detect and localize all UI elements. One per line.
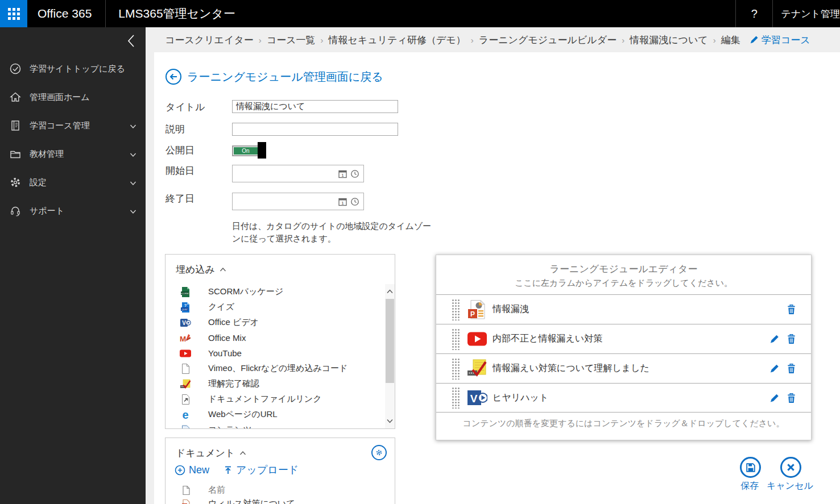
description-input[interactable] — [232, 123, 398, 136]
embed-panel-header[interactable]: 埋め込み — [165, 255, 395, 276]
course-book-icon — [9, 119, 22, 132]
embed-item-label: ドキュメントファイルリンク — [208, 394, 322, 405]
drag-handle-icon[interactable] — [452, 358, 460, 380]
sidebar-item-support[interactable]: サポート — [0, 197, 146, 225]
editor-item-row[interactable]: P 情報漏洩 — [436, 294, 811, 324]
editor-item-actions — [769, 363, 811, 374]
save-button[interactable] — [740, 457, 761, 478]
start-date-input[interactable]: 1 — [232, 165, 364, 182]
office-video-icon: V — [467, 388, 487, 408]
breadcrumb-module[interactable]: 情報漏洩について — [630, 34, 708, 47]
embed-item-confirm[interactable]: 理解完了確認 — [165, 376, 385, 391]
calendar-icon[interactable]: 1 — [338, 169, 347, 178]
drag-handle-icon[interactable] — [452, 328, 460, 350]
breadcrumb-course-creator[interactable]: コースクリエイター — [165, 34, 254, 47]
breadcrumb-module-builder[interactable]: ラーニングモジュールビルダー — [479, 34, 616, 47]
breadcrumb-course-list[interactable]: コース一覧 — [267, 34, 316, 47]
upload-button[interactable]: アップロード — [224, 463, 299, 477]
delete-button[interactable] — [787, 334, 796, 344]
embed-panel: 埋め込み SCORM SCORMパッケージ ?QUIZ クイズ V Office — [165, 254, 395, 429]
app-launcher-icon[interactable] — [0, 0, 27, 27]
embed-item-label: 理解完了確認 — [208, 378, 259, 389]
back-to-module-admin-link[interactable]: ラーニングモジュール管理画面に戻る — [165, 68, 383, 85]
help-button[interactable]: ? — [736, 0, 772, 27]
sidebar-item-material-management[interactable]: 教材管理 — [0, 140, 146, 168]
breadcrumb-course[interactable]: 情報セキュリティ研修（デモ） — [329, 34, 466, 47]
editor-item-row[interactable]: 内部不正と情報漏えい対策 — [436, 324, 811, 353]
embed-item-office-video[interactable]: V Office ビデオ — [165, 315, 385, 330]
file-icon — [181, 485, 191, 495]
editor-item-row[interactable]: 情報漏えい対策について理解しました — [436, 353, 811, 383]
clock-icon[interactable] — [350, 197, 359, 206]
embed-item-quiz[interactable]: ?QUIZ クイズ — [165, 299, 385, 315]
embed-code-page-icon — [180, 363, 191, 374]
scroll-down-icon[interactable] — [386, 416, 394, 426]
embed-item-label: コンテンツ — [208, 424, 252, 428]
editor-title: ラーニングモジュールエディター — [436, 263, 811, 276]
floppy-disk-icon — [746, 463, 756, 473]
youtube-icon — [467, 329, 487, 349]
breadcrumb-edit: 編集 — [721, 34, 740, 47]
chevron-left-icon — [125, 32, 138, 49]
publish-toggle[interactable]: On — [232, 143, 268, 160]
editor-item-row[interactable]: V ヒヤリハット — [436, 383, 811, 413]
sidebar-item-admin-home[interactable]: 管理画面ホーム — [0, 83, 146, 111]
drag-handle-icon[interactable] — [452, 387, 460, 409]
embed-item-label: Office Mix — [208, 333, 246, 343]
toggle-handle[interactable] — [258, 142, 266, 159]
trash-icon — [787, 393, 796, 403]
document-settings-gear-button[interactable] — [371, 445, 387, 460]
document-panel-header[interactable]: ドキュメント — [165, 438, 395, 460]
delete-button[interactable] — [787, 393, 796, 403]
embed-item-embed-code[interactable]: Vimeo、Flickrなどの埋め込みコード — [165, 361, 385, 376]
tenant-admin-link[interactable]: テナント管理 — [773, 7, 840, 20]
sidebar-item-settings[interactable]: 設定 — [0, 168, 146, 197]
edit-button[interactable] — [769, 334, 779, 344]
new-document-button[interactable]: New — [175, 464, 209, 476]
embed-item-office-mix[interactable]: M Office Mix — [165, 330, 385, 345]
svg-text:?: ? — [184, 303, 187, 308]
edit-button[interactable] — [769, 393, 779, 403]
embed-item-list: SCORM SCORMパッケージ ?QUIZ クイズ V Office ビデオ … — [165, 284, 385, 428]
office-video-icon: V — [180, 317, 191, 328]
embed-scrollbar[interactable] — [385, 284, 395, 428]
delete-button[interactable] — [787, 363, 796, 374]
embed-item-content[interactable]: コンテンツ — [165, 422, 385, 428]
sidebar-item-back-to-learning-site[interactable]: 学習サイトトップに戻る — [0, 55, 146, 83]
office365-brand[interactable]: Office 365 — [27, 7, 105, 20]
embed-item-doc-link[interactable]: ドキュメントファイルリンク — [165, 391, 385, 407]
edit-course-link[interactable]: 学習コース — [750, 34, 810, 47]
delete-button[interactable] — [787, 304, 796, 315]
sidebar-item-course-management[interactable]: 学習コース管理 — [0, 111, 146, 140]
embed-item-web-url[interactable]: e WebページのURL — [165, 407, 385, 422]
sidebar-collapse-button[interactable] — [0, 27, 146, 55]
scrollbar-thumb[interactable] — [386, 299, 394, 383]
drag-handle-icon[interactable] — [452, 299, 460, 320]
office-mix-icon: M — [180, 332, 191, 344]
editor-item-list: P 情報漏洩 内部不正と情報漏えい対策 — [436, 294, 811, 413]
editor-item-actions — [769, 334, 811, 344]
sidebar-item-label: 管理画面ホーム — [30, 92, 90, 103]
chevron-down-icon — [130, 178, 136, 188]
sidebar-item-label: 学習サイトトップに戻る — [30, 64, 125, 74]
sidebar-item-label: サポート — [30, 206, 64, 216]
waffle-grid-icon — [8, 8, 20, 20]
cancel-button-label[interactable]: キャンセル — [758, 480, 822, 492]
title-input[interactable] — [232, 100, 398, 113]
document-name-column-header[interactable]: 名前 — [181, 485, 225, 495]
home-icon — [9, 91, 22, 103]
scroll-up-icon[interactable] — [386, 286, 394, 297]
document-panel: ドキュメント New アップロード 名前 P ウィルス対策について — [165, 438, 395, 504]
calendar-icon[interactable]: 1 — [338, 197, 347, 206]
clock-icon[interactable] — [350, 169, 359, 178]
embed-item-scorm[interactable]: SCORM SCORMパッケージ — [165, 284, 385, 299]
document-row[interactable]: P ウィルス対策について — [181, 498, 295, 504]
edit-button[interactable] — [769, 364, 779, 373]
cancel-button[interactable] — [780, 457, 801, 478]
svg-text:V: V — [182, 320, 186, 326]
chevron-down-icon — [130, 149, 136, 159]
end-date-input[interactable]: 1 — [232, 193, 364, 210]
editor-item-label: ヒヤリハット — [493, 392, 769, 404]
start-date-label: 開始日 — [165, 164, 195, 177]
embed-item-youtube[interactable]: YouTube — [165, 345, 385, 361]
